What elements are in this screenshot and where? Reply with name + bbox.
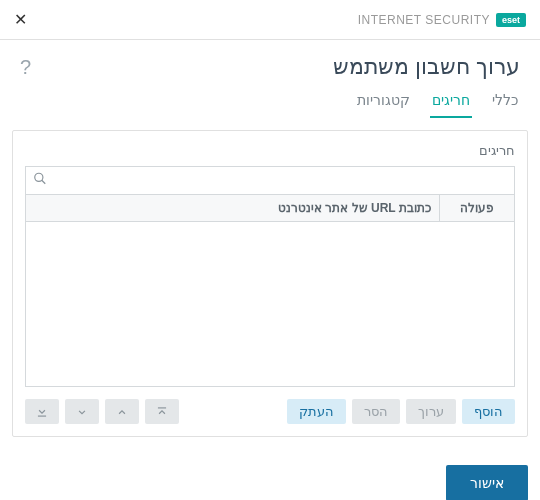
exceptions-panel: חריגים פעולה כתובת URL של אתר אינטרנט הו… xyxy=(12,130,528,437)
button-row: הוסף ערוך הסר העתק xyxy=(25,399,515,424)
close-icon[interactable]: ✕ xyxy=(14,10,27,29)
copy-button[interactable]: העתק xyxy=(287,399,346,424)
brand-product: INTERNET SECURITY xyxy=(358,13,490,27)
ok-button[interactable]: אישור xyxy=(446,465,528,500)
move-up-button[interactable] xyxy=(105,399,139,424)
footer: אישור xyxy=(0,449,540,500)
add-button[interactable]: הוסף xyxy=(462,399,515,424)
search-input[interactable] xyxy=(25,166,515,194)
move-top-button[interactable] xyxy=(145,399,179,424)
move-bottom-button[interactable] xyxy=(25,399,59,424)
brand-logo: eset xyxy=(496,13,526,27)
search-row xyxy=(25,166,515,194)
brand: eset INTERNET SECURITY xyxy=(358,13,526,27)
table-header: פעולה כתובת URL של אתר אינטרנט xyxy=(25,194,515,222)
col-action: פעולה xyxy=(439,195,514,221)
table-body xyxy=(25,222,515,387)
col-url: כתובת URL של אתר אינטרנט xyxy=(26,195,439,221)
edit-button[interactable]: ערוך xyxy=(406,399,456,424)
move-down-button[interactable] xyxy=(65,399,99,424)
tab-general[interactable]: כללי xyxy=(490,86,520,118)
help-icon[interactable]: ? xyxy=(20,56,31,79)
tab-exceptions[interactable]: חריגים xyxy=(430,86,472,118)
remove-button[interactable]: הסר xyxy=(352,399,400,424)
dialog-title: ערוך חשבון משתמש xyxy=(333,54,520,80)
tab-categories[interactable]: קטגוריות xyxy=(355,86,412,118)
tabs: כללי חריגים קטגוריות xyxy=(0,86,540,118)
section-heading: חריגים xyxy=(25,143,515,158)
